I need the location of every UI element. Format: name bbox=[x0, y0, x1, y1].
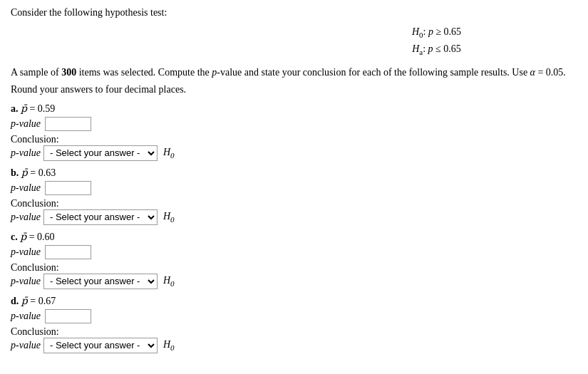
part-a: a. p̄ = 0.59p-valueConclusion:p-value- S… bbox=[11, 103, 577, 161]
part-c: c. p̄ = 0.60p-valueConclusion:p-value- S… bbox=[11, 231, 577, 289]
pvalue-conclusion-label-c: p-value bbox=[11, 276, 41, 287]
part-a-label: a. p̄ = 0.59 bbox=[11, 103, 577, 115]
pvalue-input-b[interactable] bbox=[45, 181, 91, 195]
conclusion-row-a: p-value- Select your answer -Reject H₀Do… bbox=[11, 145, 577, 161]
conclusion-row-d: p-value- Select your answer -Reject H₀Do… bbox=[11, 338, 577, 353]
pvalue-label-b: p-value bbox=[11, 182, 41, 194]
conclusion-label-d: Conclusion: bbox=[11, 326, 577, 338]
pvalue-conclusion-label-a: p-value bbox=[11, 147, 41, 159]
part-b: b. p̄ = 0.63p-valueConclusion:p-value- S… bbox=[11, 167, 577, 225]
part-a-pvalue-row: p-value bbox=[11, 117, 577, 131]
pvalue-label-c: p-value bbox=[11, 246, 41, 258]
sample-info: A sample of 300 items was selected. Comp… bbox=[11, 65, 577, 80]
pvalue-label-d: p-value bbox=[11, 311, 41, 322]
conclusion-select-d[interactable]: - Select your answer -Reject H₀Do not re… bbox=[43, 338, 158, 353]
conclusion-row-c: p-value- Select your answer -Reject H₀Do… bbox=[11, 274, 577, 289]
parts-container: a. p̄ = 0.59p-valueConclusion:p-value- S… bbox=[11, 103, 577, 353]
pvalue-input-d[interactable] bbox=[45, 309, 91, 323]
sample-size: 300 bbox=[61, 67, 76, 78]
null-hypothesis: H0: p ≥ 0.65 bbox=[296, 24, 577, 41]
pvalue-label-a: p-value bbox=[11, 118, 41, 130]
part-d-pvalue-row: p-value bbox=[11, 309, 577, 323]
h-null-label-a: H0 bbox=[163, 147, 175, 160]
conclusion-label-a: Conclusion: bbox=[11, 134, 577, 145]
pvalue-conclusion-label-d: p-value bbox=[11, 340, 41, 351]
h-null-label-c: H0 bbox=[163, 275, 175, 288]
conclusion-row-b: p-value- Select your answer -Reject H₀Do… bbox=[11, 209, 577, 225]
pvalue-input-c[interactable] bbox=[45, 245, 91, 259]
part-b-label: b. p̄ = 0.63 bbox=[11, 167, 577, 179]
pvalue-conclusion-label-b: p-value bbox=[11, 212, 41, 223]
part-c-label: c. p̄ = 0.60 bbox=[11, 231, 577, 243]
conclusion-select-c[interactable]: - Select your answer -Reject H₀Do not re… bbox=[43, 274, 158, 289]
h-null-label-d: H0 bbox=[163, 339, 175, 352]
conclusion-label-c: Conclusion: bbox=[11, 262, 577, 274]
alt-hypothesis: Ha: p ≤ 0.65 bbox=[296, 41, 577, 58]
part-c-pvalue-row: p-value bbox=[11, 245, 577, 259]
conclusion-label-b: Conclusion: bbox=[11, 198, 577, 209]
conclusion-select-b[interactable]: - Select your answer -Reject H₀Do not re… bbox=[43, 209, 158, 225]
problem-text: Consider the following hypothesis test: bbox=[11, 7, 167, 18]
hypothesis-block: H0: p ≥ 0.65 Ha: p ≤ 0.65 bbox=[296, 24, 577, 59]
part-b-pvalue-row: p-value bbox=[11, 181, 577, 195]
conclusion-select-a[interactable]: - Select your answer -Reject H₀Do not re… bbox=[43, 145, 158, 161]
round-info: Round your answers to four decimal place… bbox=[11, 84, 577, 95]
pvalue-input-a[interactable] bbox=[45, 117, 91, 131]
problem-statement: Consider the following hypothesis test: bbox=[11, 7, 577, 19]
part-d: d. p̄ = 0.67p-valueConclusion:p-value- S… bbox=[11, 295, 577, 353]
h-null-label-b: H0 bbox=[163, 211, 175, 224]
part-d-label: d. p̄ = 0.67 bbox=[11, 295, 577, 307]
